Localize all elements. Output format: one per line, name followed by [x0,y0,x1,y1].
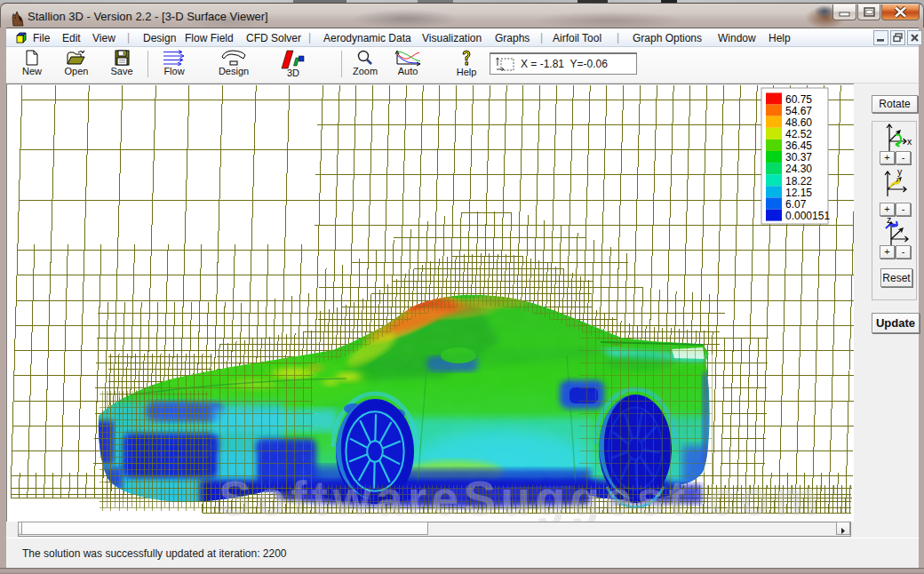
svg-text:0.000151: 0.000151 [785,210,830,222]
svg-text:48.60: 48.60 [785,116,812,129]
svg-text:54.67: 54.67 [785,105,812,117]
svg-text:18.22: 18.22 [785,175,812,187]
svg-text:SoftwareSuggest.com: SoftwareSuggest.com [219,471,823,522]
svg-text:42.52: 42.52 [785,128,812,140]
svg-text:24.30: 24.30 [785,163,812,175]
svg-text:z: z [887,217,891,225]
svg-text:36.45: 36.45 [785,140,812,152]
svg-text:y: y [897,168,903,177]
svg-text:30.37: 30.37 [785,151,812,163]
svg-text:6.07: 6.07 [785,198,807,211]
svg-text:60.75: 60.75 [785,93,812,106]
svg-text:12.15: 12.15 [785,187,812,199]
svg-text:x: x [907,136,912,147]
